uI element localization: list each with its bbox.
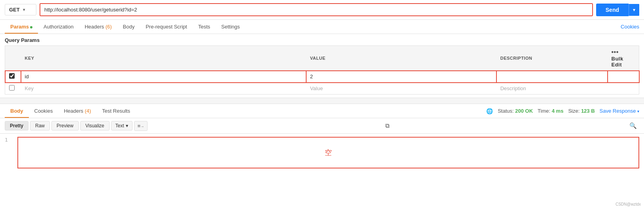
placeholder-key-cell[interactable]: Key bbox=[21, 83, 306, 95]
col-header-value: VALUE bbox=[306, 46, 496, 71]
tab-prerequest[interactable]: Pre-request Script bbox=[140, 20, 193, 34]
send-arrow-button[interactable]: ▾ bbox=[629, 4, 639, 16]
params-dot bbox=[30, 26, 32, 28]
row-key-cell[interactable]: id bbox=[21, 71, 306, 83]
tab-authorization[interactable]: Authorization bbox=[38, 20, 79, 34]
section-divider bbox=[0, 98, 644, 104]
col-header-actions: ••• Bulk Edit bbox=[608, 46, 639, 71]
save-chevron-icon: ▾ bbox=[637, 109, 639, 113]
row-checkbox[interactable] bbox=[9, 73, 15, 79]
text-type-label: Text bbox=[116, 123, 124, 129]
tab-response-headers-label: Headers (4) bbox=[64, 108, 91, 114]
tab-authorization-label: Authorization bbox=[44, 24, 74, 30]
request-tabs-bar: Params Authorization Headers (6) Body Pr… bbox=[0, 20, 644, 34]
send-button-group: Send ▾ bbox=[596, 4, 639, 16]
tab-tests-label: Tests bbox=[198, 24, 210, 30]
row-desc-cell[interactable] bbox=[496, 71, 608, 83]
size-label: Size: 123 B bbox=[568, 108, 595, 114]
copy-icon: ⧉ bbox=[385, 122, 390, 129]
time-value: 4 ms bbox=[552, 108, 564, 114]
table-row: id 2 bbox=[5, 71, 639, 83]
format-pretty-button[interactable]: Pretty bbox=[5, 121, 28, 130]
placeholder-value-cell[interactable]: Value bbox=[306, 83, 496, 95]
response-body-toolbar: Pretty Raw Preview Visualize Text ▾ ≡→ ⧉… bbox=[0, 118, 644, 134]
response-headers-badge: (4) bbox=[85, 108, 91, 114]
tab-response-body-label: Body bbox=[10, 108, 23, 114]
response-section: Body Cookies Headers (4) Test Results 🌐 … bbox=[0, 104, 644, 173]
tab-response-cookies-label: Cookies bbox=[34, 108, 53, 114]
tab-headers[interactable]: Headers (6) bbox=[79, 20, 117, 34]
col-header-checkbox bbox=[5, 46, 21, 71]
line-numbers: 1 bbox=[0, 137, 13, 170]
globe-icon: 🌐 bbox=[486, 108, 493, 114]
params-table: KEY VALUE DESCRIPTION ••• Bulk Edit id 2 bbox=[5, 45, 639, 95]
query-params-title: Query Params bbox=[5, 37, 639, 43]
table-header-row: KEY VALUE DESCRIPTION ••• Bulk Edit bbox=[5, 46, 639, 71]
format-raw-button[interactable]: Raw bbox=[30, 121, 50, 130]
code-box: 空 bbox=[17, 137, 639, 168]
tab-response-test-results[interactable]: Test Results bbox=[97, 104, 136, 118]
time-label: Time: 4 ms bbox=[538, 108, 563, 114]
url-input[interactable] bbox=[40, 3, 593, 16]
status-value: 200 OK bbox=[515, 108, 533, 114]
wrap-button[interactable]: ≡→ bbox=[134, 121, 148, 131]
search-icon: 🔍 bbox=[629, 122, 637, 129]
placeholder-checkbox-cell bbox=[5, 83, 21, 95]
tab-settings-label: Settings bbox=[221, 24, 240, 30]
placeholder-actions-cell bbox=[608, 83, 639, 95]
row-value-cell[interactable]: 2 bbox=[306, 71, 496, 83]
tab-body-label: Body bbox=[123, 24, 135, 30]
tab-settings[interactable]: Settings bbox=[216, 20, 245, 34]
row-actions-cell bbox=[608, 71, 639, 83]
table-row-placeholder: Key Value Description bbox=[5, 83, 639, 95]
tab-response-test-results-label: Test Results bbox=[102, 108, 130, 114]
tab-response-cookies[interactable]: Cookies bbox=[29, 104, 59, 118]
size-value: 123 B bbox=[581, 108, 595, 114]
tab-headers-label: Headers (6) bbox=[85, 24, 112, 30]
tab-body[interactable]: Body bbox=[117, 20, 140, 34]
tab-tests[interactable]: Tests bbox=[193, 20, 216, 34]
tab-params-label: Params bbox=[10, 24, 29, 30]
dots-icon[interactable]: ••• bbox=[612, 49, 619, 55]
method-select[interactable]: GET ▾ bbox=[5, 4, 36, 15]
method-chevron-icon: ▾ bbox=[23, 8, 25, 12]
col-header-description: DESCRIPTION bbox=[496, 46, 608, 71]
wrap-icon: ≡→ bbox=[138, 123, 144, 129]
row-checkbox-cell bbox=[5, 71, 21, 83]
send-button[interactable]: Send bbox=[596, 4, 629, 16]
response-tabs-bar: Body Cookies Headers (4) Test Results 🌐 … bbox=[0, 104, 644, 118]
tab-params[interactable]: Params bbox=[5, 20, 38, 34]
status-label: Status: 200 OK bbox=[498, 108, 533, 114]
code-area: 空 bbox=[13, 137, 644, 170]
line-number-1: 1 bbox=[5, 137, 8, 143]
placeholder-desc-cell[interactable]: Description bbox=[496, 83, 608, 95]
placeholder-checkbox[interactable] bbox=[9, 85, 15, 91]
cookies-link[interactable]: Cookies bbox=[621, 24, 639, 30]
text-type-select[interactable]: Text ▾ bbox=[111, 121, 133, 130]
query-params-section: Query Params KEY VALUE DESCRIPTION ••• B… bbox=[0, 34, 644, 95]
col-header-key: KEY bbox=[21, 46, 306, 71]
text-type-chevron-icon: ▾ bbox=[126, 123, 128, 129]
save-response-button[interactable]: Save Response ▾ bbox=[600, 108, 639, 114]
top-bar: GET ▾ Send ▾ bbox=[0, 0, 644, 20]
format-preview-button[interactable]: Preview bbox=[51, 121, 79, 130]
tab-response-body[interactable]: Body bbox=[5, 104, 29, 118]
response-body-content: 1 空 bbox=[0, 134, 644, 173]
copy-button[interactable]: ⧉ bbox=[383, 121, 392, 131]
tab-response-headers[interactable]: Headers (4) bbox=[58, 104, 97, 118]
method-label: GET bbox=[9, 7, 20, 13]
empty-char-symbol: 空 bbox=[325, 148, 332, 157]
format-visualize-button[interactable]: Visualize bbox=[80, 121, 110, 130]
headers-badge: (6) bbox=[106, 24, 112, 30]
response-status-bar: 🌐 Status: 200 OK Time: 4 ms Size: 123 B … bbox=[486, 108, 639, 114]
bulk-edit-button[interactable]: Bulk Edit bbox=[612, 56, 623, 68]
tab-prerequest-label: Pre-request Script bbox=[146, 24, 187, 30]
search-button[interactable]: 🔍 bbox=[627, 121, 639, 131]
